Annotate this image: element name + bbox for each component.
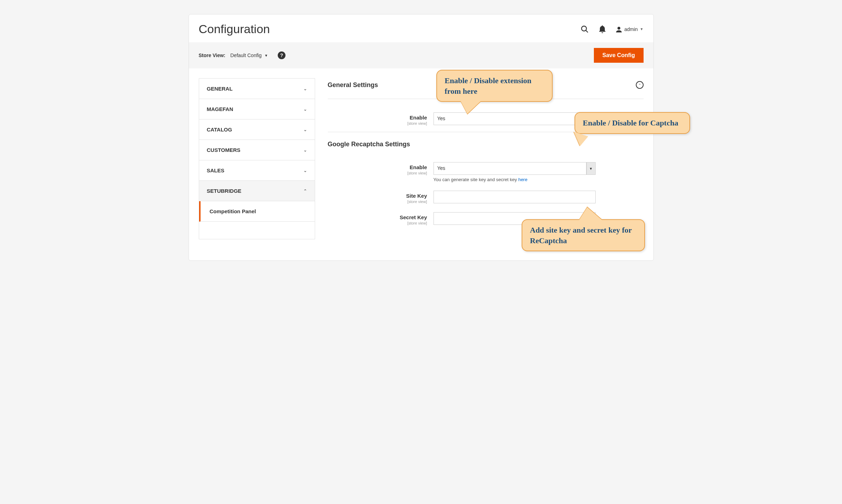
sidebar-item-label: SALES bbox=[207, 167, 225, 173]
config-window: Configuration admin ▼ Store View: bbox=[189, 14, 654, 261]
annotation-text: Add site key and secret key for ReCaptch… bbox=[530, 226, 632, 245]
header-actions: admin ▼ bbox=[580, 25, 643, 33]
field-label: Enable [store view] bbox=[328, 112, 434, 125]
field-label: Site Key [store view] bbox=[328, 191, 434, 204]
hint-text: You can generate site key and secret key bbox=[434, 177, 518, 182]
collapse-icon[interactable]: ⌃ bbox=[636, 81, 644, 89]
label-text: Enable bbox=[328, 164, 427, 170]
chevron-down-icon: ⌄ bbox=[303, 86, 307, 91]
annotation-add-keys: Add site key and secret key for ReCaptch… bbox=[522, 219, 645, 251]
sidebar-item-label: CATALOG bbox=[207, 127, 232, 133]
config-sidebar: GENERAL ⌄ MAGEFAN ⌄ CATALOG ⌄ CUSTOMERS … bbox=[199, 78, 315, 239]
svg-line-1 bbox=[586, 30, 588, 32]
sidebar-item-catalog[interactable]: CATALOG ⌄ bbox=[199, 119, 315, 140]
user-icon bbox=[616, 26, 622, 32]
sidebar-item-general[interactable]: GENERAL ⌄ bbox=[199, 79, 315, 99]
content-area: GENERAL ⌄ MAGEFAN ⌄ CATALOG ⌄ CUSTOMERS … bbox=[189, 68, 653, 239]
sidebar-blank-row bbox=[199, 222, 315, 239]
label-text: Secret Key bbox=[328, 214, 427, 220]
main-panel: General Settings ⌃ Enable [store view] Y… bbox=[328, 78, 644, 239]
chevron-down-icon: ▼ bbox=[264, 54, 268, 57]
site-key-input[interactable] bbox=[434, 191, 596, 203]
svg-point-0 bbox=[582, 26, 586, 31]
sidebar-item-magefan[interactable]: MAGEFAN ⌄ bbox=[199, 99, 315, 119]
annotation-text: Enable / Disable for Captcha bbox=[583, 118, 678, 127]
chevron-down-icon: ⌄ bbox=[303, 127, 307, 132]
field-control bbox=[434, 191, 644, 203]
annotation-enable-captcha: Enable / Disable for Captcha bbox=[574, 112, 690, 134]
sidebar-item-label: GENERAL bbox=[207, 86, 233, 92]
select-value: Yes bbox=[434, 112, 586, 125]
sidebar-item-customers[interactable]: CUSTOMERS ⌄ bbox=[199, 140, 315, 160]
store-view-label: Store View: bbox=[199, 53, 226, 58]
select-value: Yes bbox=[434, 162, 586, 175]
recaptcha-enable-hint: You can generate site key and secret key… bbox=[434, 177, 644, 182]
annotation-tail bbox=[460, 100, 481, 114]
field-site-key: Site Key [store view] bbox=[328, 186, 644, 208]
notifications-icon[interactable] bbox=[599, 25, 606, 33]
scope-text: [store view] bbox=[328, 221, 427, 225]
label-text: Site Key bbox=[328, 193, 427, 199]
hint-link[interactable]: here bbox=[518, 177, 527, 182]
sidebar-item-label: SETUBRIDGE bbox=[207, 188, 241, 194]
annotation-enable-extension: Enable / Disable extension from here bbox=[436, 70, 553, 102]
chevron-up-icon: ⌃ bbox=[303, 189, 307, 193]
section-recaptcha-title[interactable]: Google Recaptcha Settings bbox=[328, 132, 644, 158]
scope-text: [store view] bbox=[328, 121, 427, 125]
scope-text: [store view] bbox=[328, 199, 427, 204]
sidebar-item-sales[interactable]: SALES ⌄ bbox=[199, 160, 315, 181]
user-menu[interactable]: admin ▼ bbox=[616, 26, 643, 32]
store-view-value: Default Config bbox=[231, 53, 262, 58]
page-title: Configuration bbox=[199, 22, 270, 36]
save-config-button[interactable]: Save Config bbox=[594, 48, 643, 63]
sidebar-item-setubridge[interactable]: SETUBRIDGE ⌃ bbox=[199, 181, 315, 201]
annotation-text: Enable / Disable extension from here bbox=[445, 76, 531, 96]
field-label: Enable [store view] bbox=[328, 162, 434, 175]
enable-select[interactable]: Yes ▼ bbox=[434, 112, 596, 125]
chevron-down-icon: ⌄ bbox=[303, 148, 307, 153]
store-view-bar: Store View: Default Config ▼ ? Save Conf… bbox=[189, 42, 653, 68]
search-icon[interactable] bbox=[580, 25, 589, 33]
help-icon[interactable]: ? bbox=[278, 51, 285, 59]
chevron-down-icon: ⌄ bbox=[303, 168, 307, 173]
page-header: Configuration admin ▼ bbox=[189, 14, 653, 42]
field-control: Yes ▼ You can generate site key and secr… bbox=[434, 162, 644, 182]
label-text: Enable bbox=[328, 115, 427, 121]
svg-point-2 bbox=[617, 27, 620, 30]
chevron-down-icon[interactable]: ▼ bbox=[586, 162, 596, 175]
chevron-down-icon: ⌄ bbox=[303, 107, 307, 112]
section-title: General Settings bbox=[328, 81, 378, 89]
store-view-select[interactable]: Default Config ▼ bbox=[231, 53, 268, 58]
sidebar-item-label: MAGEFAN bbox=[207, 106, 233, 112]
sidebar-subitem-competition-panel[interactable]: Competition Panel bbox=[199, 201, 315, 222]
field-label: Secret Key [store view] bbox=[328, 212, 434, 225]
scope-text: [store view] bbox=[328, 171, 427, 175]
sidebar-item-label: CUSTOMERS bbox=[207, 147, 241, 153]
chevron-down-icon: ▼ bbox=[640, 27, 644, 31]
field-recaptcha-enable: Enable [store view] Yes ▼ You can genera… bbox=[328, 158, 644, 186]
annotation-tail bbox=[579, 207, 603, 221]
user-label: admin bbox=[624, 26, 638, 32]
recaptcha-enable-select[interactable]: Yes ▼ bbox=[434, 162, 596, 175]
